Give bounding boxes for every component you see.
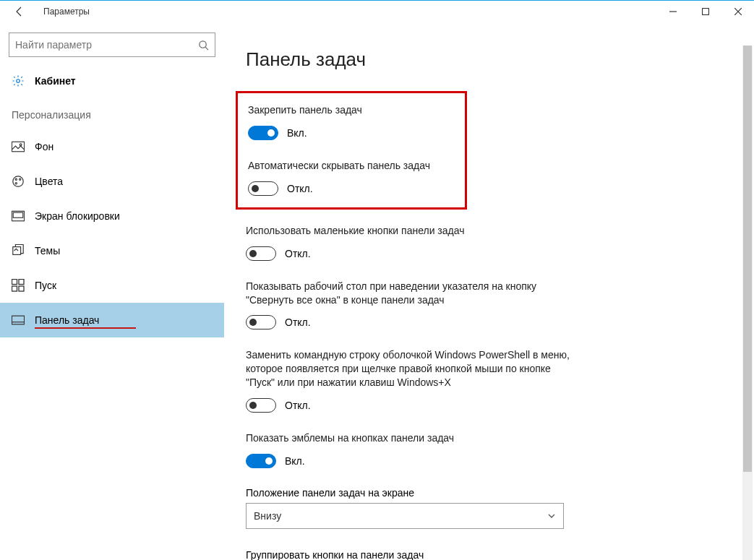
annotation-highlight-box: Закрепить панель задач Вкл. Автоматическ… <box>236 91 467 210</box>
back-button[interactable] <box>9 6 30 17</box>
setting-label: Показать эмблемы на кнопках панели задач <box>246 431 571 445</box>
toggle-peek-desktop[interactable] <box>246 315 276 329</box>
gear-icon <box>12 74 25 87</box>
maximize-button[interactable] <box>689 1 721 22</box>
picture-icon <box>12 140 25 153</box>
toggle-badges[interactable] <box>246 454 276 468</box>
search-input-wrap[interactable] <box>9 33 215 57</box>
minimize-button[interactable] <box>656 1 689 22</box>
setting-label: Заменить командную строку оболочкой Wind… <box>246 348 571 389</box>
svg-point-7 <box>20 178 21 180</box>
toggle-state: Откл. <box>285 316 311 328</box>
home-link[interactable]: Кабинет <box>0 67 224 95</box>
svg-point-2 <box>17 79 20 83</box>
svg-rect-0 <box>702 9 708 15</box>
setting-label: Использовать маленькие кнопки панели зад… <box>246 224 571 238</box>
close-button[interactable] <box>721 1 754 22</box>
taskbar-icon <box>12 314 25 327</box>
sidebar-item-label: Темы <box>35 245 60 257</box>
svg-rect-11 <box>13 247 21 255</box>
toggle-state: Откл. <box>285 400 311 411</box>
lockscreen-icon <box>12 210 25 223</box>
toggle-state: Вкл. <box>287 127 307 139</box>
toggle-state: Вкл. <box>285 455 305 467</box>
scrollbar-thumb[interactable] <box>743 46 752 472</box>
toggle-lock-taskbar[interactable] <box>248 126 278 140</box>
toggle-powershell[interactable] <box>246 398 276 413</box>
toggle-state: Откл. <box>287 183 313 194</box>
svg-rect-15 <box>19 286 24 291</box>
sidebar-item-background[interactable]: Фон <box>0 129 224 164</box>
svg-rect-13 <box>19 280 24 285</box>
sidebar-item-themes[interactable]: Темы <box>0 233 224 268</box>
dropdown-label: Положение панели задач на экране <box>246 487 732 499</box>
toggle-state: Откл. <box>285 248 311 259</box>
sidebar-item-label: Цвета <box>35 176 63 187</box>
sidebar-item-label: Панель задач <box>35 314 99 326</box>
setting-label: Закрепить панель задач <box>248 103 455 117</box>
setting-label: Показывать рабочий стол при наведении ук… <box>246 280 571 307</box>
sidebar-item-label: Фон <box>35 141 53 152</box>
svg-point-6 <box>15 178 17 180</box>
sidebar-item-label: Экран блокировки <box>35 210 120 222</box>
home-label: Кабинет <box>35 75 76 87</box>
annotation-underline <box>35 327 136 329</box>
titlebar: Параметры <box>0 1 754 22</box>
svg-rect-16 <box>12 316 24 324</box>
start-icon <box>12 279 25 292</box>
themes-icon <box>12 244 25 257</box>
palette-icon <box>12 175 25 188</box>
svg-rect-3 <box>12 142 24 152</box>
sidebar: Кабинет Персонализация Фон Цвета Экран б… <box>0 22 224 560</box>
dropdown-taskbar-position[interactable]: Внизу <box>246 503 564 529</box>
svg-rect-10 <box>13 212 23 217</box>
search-input[interactable] <box>15 39 198 51</box>
page-title: Панель задач <box>246 48 732 71</box>
content-area: Панель задач Закрепить панель задач Вкл.… <box>224 22 754 560</box>
sidebar-item-colors[interactable]: Цвета <box>0 164 224 199</box>
toggle-autohide-taskbar[interactable] <box>248 181 278 196</box>
sidebar-item-taskbar[interactable]: Панель задач <box>0 303 224 337</box>
svg-point-4 <box>20 144 22 146</box>
svg-point-8 <box>15 183 17 184</box>
dropdown-label: Группировать кнопки на панели задач <box>246 549 732 560</box>
window-title: Параметры <box>43 7 90 17</box>
sidebar-item-start[interactable]: Пуск <box>0 268 224 303</box>
toggle-small-buttons[interactable] <box>246 246 276 261</box>
scrollbar[interactable] <box>742 46 753 560</box>
svg-rect-14 <box>12 286 17 291</box>
sidebar-item-label: Пуск <box>35 280 56 291</box>
group-label: Персонализация <box>0 95 224 129</box>
search-icon <box>198 40 209 51</box>
svg-point-5 <box>13 176 23 186</box>
sidebar-item-lockscreen[interactable]: Экран блокировки <box>0 199 224 233</box>
svg-point-1 <box>200 40 206 47</box>
chevron-down-icon <box>547 512 556 520</box>
dropdown-value: Внизу <box>254 510 281 522</box>
svg-rect-12 <box>12 280 17 285</box>
setting-label: Автоматически скрывать панель задач <box>248 159 455 173</box>
